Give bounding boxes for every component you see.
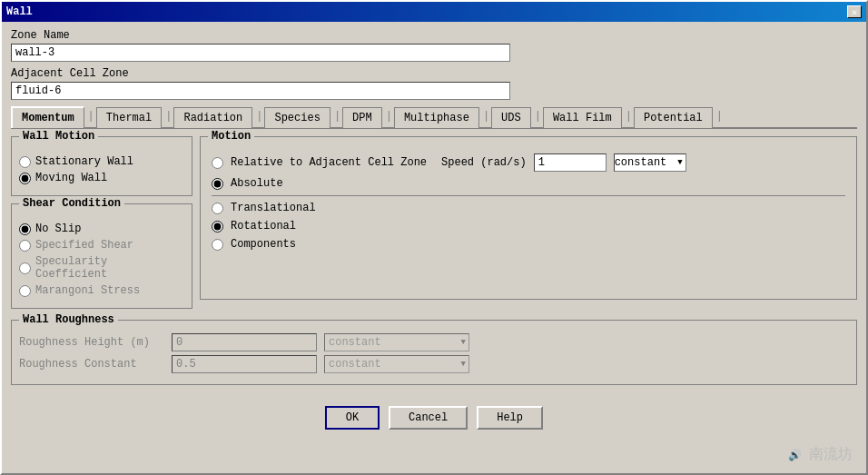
roughness-height-row: Roughness Height (m) constant <box>19 333 849 351</box>
motion-divider <box>212 195 845 196</box>
watermark: 🔊 南流坊 <box>788 445 853 464</box>
tab-sep-9: | <box>715 110 725 123</box>
shear-condition-title: Shear Condition <box>19 197 124 210</box>
rotational-label: Rotational <box>231 220 296 233</box>
moving-wall-radio[interactable] <box>19 173 31 184</box>
speed-constant-select[interactable]: constant <box>614 153 686 172</box>
title-bar: Wall ✕ <box>2 2 866 22</box>
roughness-constant-select[interactable]: constant <box>324 355 469 373</box>
tab-radiation[interactable]: Radiation <box>173 107 252 128</box>
watermark-text: 南流坊 <box>809 447 853 463</box>
roughness-height-input[interactable] <box>172 333 317 351</box>
tab-species[interactable]: Species <box>264 107 330 128</box>
specularity-radio[interactable] <box>19 262 31 274</box>
specified-shear-item: Specified Shear <box>19 239 184 252</box>
tabs-bar: Momentum | Thermal | Radiation | Species… <box>11 105 857 129</box>
roughness-constant-row: Roughness Constant constant <box>19 355 849 373</box>
specified-shear-label: Specified Shear <box>35 239 133 252</box>
specularity-item: Specularity Coefficient <box>19 255 184 281</box>
tab-sep-5: | <box>384 110 394 123</box>
motion-title: Motion <box>208 130 254 143</box>
right-panel: Motion Relative to Adjacent Cell Zone Sp… <box>200 136 857 316</box>
wall-roughness-group: Wall Roughness Roughness Height (m) cons… <box>11 320 857 385</box>
translational-row: Translational <box>212 202 845 214</box>
rotational-radio[interactable] <box>212 221 223 233</box>
tab-uds[interactable]: UDS <box>491 107 531 128</box>
specularity-label: Specularity Coefficient <box>35 255 184 281</box>
tab-thermal[interactable]: Thermal <box>96 107 162 128</box>
stationary-wall-label: Stationary Wall <box>35 155 133 168</box>
roughness-height-select-wrapper: constant <box>324 333 469 351</box>
tab-sep-4: | <box>332 110 342 123</box>
zone-name-label: Zone Name <box>11 29 857 42</box>
stationary-wall-radio[interactable] <box>19 156 31 168</box>
watermark-icon: 🔊 <box>788 450 802 462</box>
main-window: Wall ✕ Zone Name Adjacent Cell Zone Mome… <box>0 0 868 475</box>
left-panel: Wall Motion Stationary Wall Moving Wall <box>11 136 192 316</box>
tab-sep-2: | <box>163 110 173 123</box>
tab-sep-8: | <box>624 110 634 123</box>
tab-sep-7: | <box>533 110 543 123</box>
components-radio[interactable] <box>212 239 223 251</box>
components-row: Components <box>212 238 845 251</box>
specified-shear-radio[interactable] <box>19 240 31 252</box>
marangoni-item: Marangoni Stress <box>19 284 184 297</box>
no-slip-label: No Slip <box>35 223 81 235</box>
translational-radio[interactable] <box>212 203 223 214</box>
wall-motion-radio-group: Stationary Wall Moving Wall <box>19 155 184 184</box>
roughness-height-label: Roughness Height (m) <box>19 336 164 349</box>
zone-name-input[interactable] <box>11 44 510 62</box>
wall-motion-title: Wall Motion <box>19 130 98 143</box>
help-button[interactable]: Help <box>477 406 543 430</box>
wall-motion-stationary-item: Stationary Wall <box>19 155 184 168</box>
relative-label: Relative to Adjacent Cell Zone <box>231 156 427 169</box>
roughness-constant-label: Roughness Constant <box>19 358 164 371</box>
window-title: Wall <box>6 5 33 18</box>
rotational-row: Rotational <box>212 220 845 233</box>
marangoni-label: Marangoni Stress <box>35 284 140 297</box>
moving-wall-label: Moving Wall <box>35 172 107 184</box>
wall-roughness-title: Wall Roughness <box>19 313 118 326</box>
motion-relative-row: Relative to Adjacent Cell Zone Speed (ra… <box>212 153 845 172</box>
roughness-height-select[interactable]: constant <box>324 333 469 351</box>
shear-condition-group: Shear Condition No Slip Specified Shear <box>11 203 192 309</box>
tab-momentum[interactable]: Momentum <box>11 106 84 128</box>
roughness-constant-select-wrapper: constant <box>324 355 469 373</box>
marangoni-radio[interactable] <box>19 285 31 297</box>
shear-condition-radio-group: No Slip Specified Shear Specularity Coef… <box>19 223 184 297</box>
no-slip-radio[interactable] <box>19 223 31 235</box>
relative-radio[interactable] <box>212 157 223 169</box>
motion-group: Motion Relative to Adjacent Cell Zone Sp… <box>200 136 857 300</box>
speed-input[interactable] <box>534 153 607 172</box>
translational-label: Translational <box>231 202 316 214</box>
motion-absolute-row: Absolute <box>212 177 845 190</box>
adjacent-cell-zone-input[interactable] <box>11 82 510 100</box>
tab-sep-3: | <box>254 110 264 123</box>
ok-button[interactable]: OK <box>325 406 380 430</box>
speed-label: Speed (rad/s) <box>441 156 527 169</box>
wall-motion-moving-item: Moving Wall <box>19 172 184 184</box>
window-content: Zone Name Adjacent Cell Zone Momentum | … <box>2 22 866 446</box>
roughness-constant-input[interactable] <box>172 355 317 373</box>
no-slip-item: No Slip <box>19 223 184 235</box>
tab-multiphase[interactable]: Multiphase <box>394 107 479 128</box>
components-label: Components <box>231 238 296 251</box>
tab-potential[interactable]: Potential <box>634 107 713 128</box>
cancel-button[interactable]: Cancel <box>389 406 468 430</box>
wall-motion-group: Wall Motion Stationary Wall Moving Wall <box>11 136 192 196</box>
tab-wall-film[interactable]: Wall Film <box>543 107 622 128</box>
adjacent-cell-zone-label: Adjacent Cell Zone <box>11 67 857 80</box>
close-button[interactable]: ✕ <box>847 5 862 18</box>
absolute-radio[interactable] <box>212 178 223 190</box>
tab-sep-1: | <box>86 110 96 123</box>
tab-sep-6: | <box>481 110 491 123</box>
speed-constant-wrapper: constant <box>614 153 686 172</box>
main-area: Wall Motion Stationary Wall Moving Wall <box>11 136 857 316</box>
tab-dpm[interactable]: DPM <box>342 107 382 128</box>
absolute-label: Absolute <box>231 177 283 190</box>
button-bar: OK Cancel Help <box>11 392 857 439</box>
